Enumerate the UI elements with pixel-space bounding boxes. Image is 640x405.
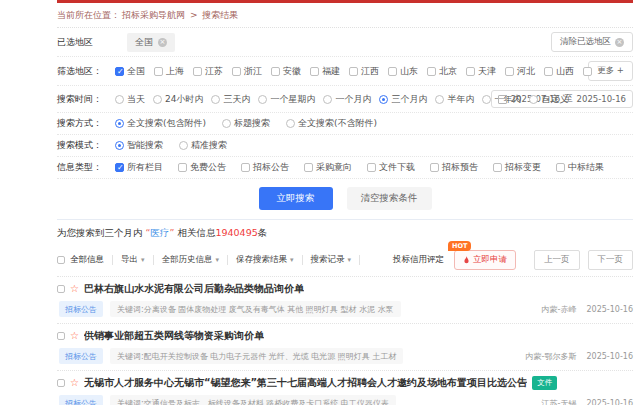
- history-menu[interactable]: 全部历史信息 ▾: [162, 254, 220, 266]
- filter-option[interactable]: 江苏: [193, 65, 223, 78]
- checkbox-control[interactable]: [427, 67, 436, 76]
- filter-option[interactable]: 北京: [427, 65, 457, 78]
- date-range-input[interactable]: 2025-07-16 至 2025-10-16: [491, 90, 633, 108]
- filter-option[interactable]: 全国: [115, 65, 145, 78]
- next-page-button[interactable]: 下一页: [588, 250, 634, 270]
- result-title[interactable]: 巴林右旗山水水泥有限公司后勤杂品类物品询价单: [84, 282, 304, 296]
- method-filter-row: 搜索方式： 全文搜索(包含附件)标题搜索全文搜索(不含附件): [57, 113, 633, 135]
- filter-option[interactable]: 中标结果: [556, 161, 604, 174]
- radio-control[interactable]: [482, 95, 491, 104]
- filter-option[interactable]: 采购意向: [304, 161, 352, 174]
- filter-option[interactable]: 24小时内: [153, 93, 203, 106]
- apply-now-button[interactable]: 立即申请: [454, 250, 516, 270]
- save-results-menu[interactable]: 保存搜索结果 ▾: [236, 254, 294, 266]
- filter-option[interactable]: 智能搜索: [115, 139, 163, 152]
- radio-control[interactable]: [323, 95, 332, 104]
- filter-option-label: 采购意向: [316, 161, 352, 174]
- select-all-checkbox[interactable]: [57, 256, 65, 264]
- prev-page-button[interactable]: 上一页: [534, 250, 580, 270]
- checkbox-control[interactable]: [367, 163, 376, 172]
- checkbox-control[interactable]: [115, 163, 124, 172]
- result-checkbox[interactable]: [57, 379, 65, 387]
- result-checkbox[interactable]: [57, 285, 65, 293]
- radio-control[interactable]: [179, 141, 188, 150]
- filter-option[interactable]: 福建: [310, 65, 340, 78]
- checkbox-control[interactable]: [349, 67, 358, 76]
- export-menu[interactable]: 导出 ▾: [121, 254, 145, 266]
- selected-region-chip[interactable]: 全国 ×: [127, 33, 175, 52]
- radio-control[interactable]: [211, 95, 220, 104]
- favorite-star-icon[interactable]: ☆: [70, 284, 79, 294]
- radio-control[interactable]: [529, 95, 538, 104]
- checkbox-control[interactable]: [271, 67, 280, 76]
- checkbox-control[interactable]: [232, 67, 241, 76]
- radio-control[interactable]: [115, 141, 124, 150]
- checkbox-control[interactable]: [193, 67, 202, 76]
- radio-control[interactable]: [115, 95, 124, 104]
- filter-option[interactable]: 上海: [154, 65, 184, 78]
- filter-option[interactable]: 精准搜索: [179, 139, 227, 152]
- radio-control[interactable]: [286, 119, 295, 128]
- radio-control[interactable]: [258, 95, 267, 104]
- clear-conditions-button[interactable]: 清空搜索条件: [347, 187, 432, 210]
- filter-option[interactable]: 一个星期内: [258, 93, 315, 106]
- filter-option[interactable]: 天津: [466, 65, 496, 78]
- filter-option[interactable]: 安徽: [271, 65, 301, 78]
- filter-option[interactable]: 招标预告: [430, 161, 478, 174]
- checkbox-control[interactable]: [304, 163, 313, 172]
- filter-option[interactable]: 一个月内: [323, 93, 371, 106]
- checkbox-control[interactable]: [544, 67, 553, 76]
- checkbox-control[interactable]: [505, 67, 514, 76]
- radio-control[interactable]: [435, 95, 444, 104]
- filter-option[interactable]: 当天: [115, 93, 145, 106]
- checkbox-control[interactable]: [241, 163, 250, 172]
- checkbox-control[interactable]: [388, 67, 397, 76]
- result-title[interactable]: 无锡市人才服务中心无锡市“锡望您来”第三十七届高端人才招聘会人才邀约及场地布置项…: [84, 376, 527, 390]
- more-regions-button[interactable]: 更多 +: [588, 61, 633, 81]
- result-title[interactable]: 供销事业部超五类网线等物资采购询价单: [84, 329, 264, 343]
- remove-region-icon[interactable]: ×: [158, 38, 167, 47]
- filter-option[interactable]: 标题搜索: [222, 117, 270, 130]
- filter-option[interactable]: 招标公告: [241, 161, 289, 174]
- result-region: 内蒙-鄂尔多斯: [526, 351, 577, 362]
- filter-option[interactable]: 浙江: [232, 65, 262, 78]
- favorite-star-icon[interactable]: ☆: [70, 331, 79, 341]
- apply-wrap: HOT 立即申请: [454, 250, 516, 270]
- radio-control[interactable]: [115, 119, 124, 128]
- checkbox-control[interactable]: [430, 163, 439, 172]
- radio-control[interactable]: [153, 95, 162, 104]
- filter-option[interactable]: 免费公告: [178, 161, 226, 174]
- checkbox-control[interactable]: [154, 67, 163, 76]
- radio-control[interactable]: [222, 119, 231, 128]
- filter-option[interactable]: 全文搜索(包含附件): [115, 117, 206, 130]
- checkbox-control[interactable]: [178, 163, 187, 172]
- export-menu-label: 导出: [121, 254, 138, 266]
- checkbox-control[interactable]: [493, 163, 502, 172]
- filter-option[interactable]: 山东: [388, 65, 418, 78]
- filter-option[interactable]: 三个月内: [379, 93, 427, 106]
- filter-option[interactable]: 招标变更: [493, 161, 541, 174]
- result-checkbox[interactable]: [57, 332, 65, 340]
- checkbox-control[interactable]: [556, 163, 565, 172]
- filter-option[interactable]: 河北: [505, 65, 535, 78]
- filter-option[interactable]: 全文搜索(不含附件): [286, 117, 377, 130]
- filter-option[interactable]: 半年内: [435, 93, 474, 106]
- checkbox-control[interactable]: [115, 67, 124, 76]
- favorite-star-icon[interactable]: ☆: [70, 378, 79, 388]
- search-record-menu[interactable]: 搜索记录 ▾: [311, 254, 352, 266]
- toolbar-separator: [359, 255, 360, 265]
- search-button[interactable]: 立即搜索: [259, 187, 333, 210]
- checkbox-control[interactable]: [466, 67, 475, 76]
- summary-count: 1940495: [215, 227, 257, 238]
- filter-option-label: 中标结果: [568, 161, 604, 174]
- breadcrumb-site-link[interactable]: 招标采购导航网: [122, 10, 185, 20]
- clear-regions-button[interactable]: 清除已选地区 ×: [551, 32, 633, 52]
- filter-option[interactable]: 江西: [349, 65, 379, 78]
- checkbox-control[interactable]: [310, 67, 319, 76]
- radio-control[interactable]: [379, 95, 388, 104]
- filter-option[interactable]: 三天内: [211, 93, 250, 106]
- filter-option[interactable]: 文件下载: [367, 161, 415, 174]
- filter-option[interactable]: 山西: [544, 65, 574, 78]
- filter-option[interactable]: 所有栏目: [115, 161, 163, 174]
- checkbox-control[interactable]: [583, 67, 592, 76]
